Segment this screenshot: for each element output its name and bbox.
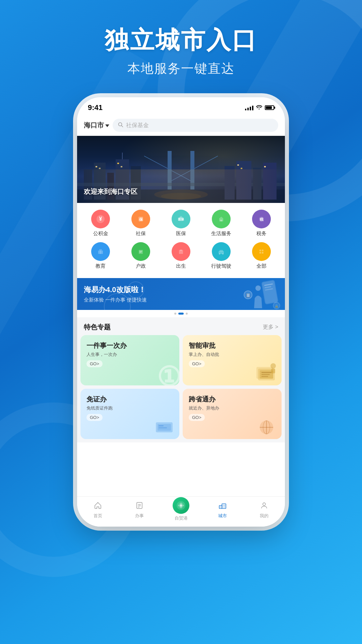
feature-card-mianzhengban[interactable]: 免证办 免纸质证件跑 GO> <box>80 389 179 439</box>
icon-label: 社保 <box>136 230 146 237</box>
icon-label: 医保 <box>176 230 186 237</box>
icon-label: 税务 <box>256 230 266 237</box>
svg-rect-74 <box>159 427 167 428</box>
svg-rect-20 <box>117 163 119 164</box>
svg-rect-19 <box>99 168 101 169</box>
icon-huzheng <box>131 242 150 261</box>
svg-rect-49 <box>259 250 261 251</box>
svg-rect-22 <box>237 164 239 166</box>
banner-text: 欢迎来到海口专区 <box>84 187 137 196</box>
nav-item-profile[interactable]: 我的 <box>243 497 285 523</box>
affairs-icon <box>135 501 143 512</box>
status-icons <box>245 105 274 111</box>
nav-item-freeport[interactable]: 自贸港 <box>160 497 202 523</box>
feature-card-yijianshi[interactable]: 一件事一次办 人生事，一次办 GO> ① <box>80 335 179 385</box>
icon-shuiwu: 税 <box>252 210 271 228</box>
section-more-button[interactable]: 更多 > <box>263 324 278 331</box>
city-icon <box>219 501 227 512</box>
svg-rect-21 <box>121 166 122 167</box>
svg-text:¥: ¥ <box>99 216 102 222</box>
icon-label: 全部 <box>256 263 266 269</box>
feature-go-button[interactable]: GO> <box>189 360 205 367</box>
status-bar: 9:41 <box>77 97 285 115</box>
svg-text:📋: 📋 <box>246 292 251 298</box>
status-time: 9:41 <box>88 103 103 112</box>
icon-item-chusheng[interactable]: 出生 <box>164 242 198 269</box>
feature-card-title: 一件事一次办 <box>86 341 173 350</box>
scroll-dot <box>174 313 176 315</box>
chevron-down-icon <box>105 124 109 127</box>
nav-label-home: 首页 <box>94 513 102 519</box>
svg-line-1 <box>122 125 123 127</box>
nav-label-profile: 我的 <box>260 513 268 519</box>
scroll-dots <box>77 310 285 317</box>
promo-title: 海易办4.0改版啦！ <box>84 285 147 295</box>
svg-point-92 <box>263 503 265 505</box>
icon-quanbu <box>252 242 271 261</box>
icon-item-shenghuofuwu[interactable]: 生活服务 <box>204 210 238 237</box>
icon-jiashi <box>212 242 231 261</box>
svg-text:税: 税 <box>259 217 264 221</box>
icon-item-gongjijin[interactable]: ¥ 公积金 <box>84 210 117 237</box>
signal-icon <box>245 105 253 110</box>
city-selector[interactable]: 海口市 <box>84 121 109 130</box>
promo-banner[interactable]: 海易办4.0改版啦！ 全新体验 一件办事 便捷快速 <box>77 278 285 310</box>
nav-item-city[interactable]: 城市 <box>202 497 243 523</box>
night-lights <box>77 169 285 203</box>
svg-rect-46 <box>220 250 223 252</box>
svg-rect-70 <box>271 369 275 373</box>
feature-card-sub: 免纸质证件跑 <box>86 405 173 411</box>
nav-item-home[interactable]: 首页 <box>77 497 119 523</box>
icon-item-shuiwu[interactable]: 税 税务 <box>245 210 278 237</box>
promo-content: 海易办4.0改版啦！ 全新体验 一件办事 便捷快速 <box>84 285 147 303</box>
feature-grid: 一件事一次办 人生事，一次办 GO> ① 智能审批 掌上办、自动批 GO> <box>77 335 285 442</box>
home-icon <box>94 501 102 512</box>
icon-label: 户政 <box>136 263 146 269</box>
svg-point-44 <box>180 250 182 251</box>
svg-rect-89 <box>223 506 224 507</box>
icons-row-2: 教育 户政 <box>80 242 282 269</box>
icon-item-yibao[interactable]: 医保 医保 <box>164 210 198 237</box>
phone-mockup: 9:41 海口市 <box>77 97 285 527</box>
svg-point-69 <box>270 363 276 369</box>
icon-item-jiaoyu[interactable]: 教育 <box>84 242 117 269</box>
phone-content: ¥ 公积金 保 社保 <box>77 203 285 527</box>
icon-gongjijin: ¥ <box>91 210 110 228</box>
svg-rect-73 <box>159 425 164 426</box>
feature-go-button[interactable]: GO> <box>86 360 103 367</box>
feature-card-kuasheng[interactable]: 跨省通办 就近办、异地办 GO> <box>183 389 282 439</box>
feature-card-zhinengshenpi[interactable]: 智能审批 掌上办、自动批 GO> <box>183 335 282 385</box>
hero-section: 独立城市入口 本地服务一键直达 <box>0 0 362 77</box>
icon-yibao: 医保 <box>172 210 190 228</box>
svg-point-47 <box>219 253 220 255</box>
search-icon <box>118 122 123 129</box>
phone-container: 9:41 海口市 <box>0 97 362 527</box>
svg-text:🔒: 🔒 <box>275 304 279 308</box>
icon-item-huzheng[interactable]: 户政 <box>124 242 158 269</box>
feature-go-button[interactable]: GO> <box>189 414 205 421</box>
svg-rect-38 <box>99 249 102 251</box>
icon-item-quanbu[interactable]: 全部 <box>245 242 278 269</box>
svg-rect-90 <box>224 506 225 507</box>
svg-rect-40 <box>139 250 143 254</box>
special-section-header: 特色专题 更多 > <box>77 317 285 335</box>
feature-card-sub: 人生事，一次办 <box>86 352 173 358</box>
city-banner: 欢迎来到海口专区 <box>77 136 285 203</box>
icon-chusheng <box>172 242 190 261</box>
svg-rect-87 <box>223 505 224 506</box>
icon-label: 教育 <box>96 263 106 269</box>
card-illustration-svg <box>255 362 278 382</box>
svg-rect-50 <box>262 250 263 251</box>
main-title: 独立城市入口 <box>0 27 362 53</box>
icon-item-shebao[interactable]: 保 社保 <box>124 210 158 237</box>
nav-label-freeport: 自贸港 <box>175 515 188 521</box>
icon-item-jiashi[interactable]: 行驶驾驶 <box>204 242 238 269</box>
promo-subtitle: 全新体验 一件办事 便捷快速 <box>84 297 147 303</box>
nav-item-affairs[interactable]: 办事 <box>119 497 160 523</box>
svg-rect-79 <box>137 502 142 508</box>
svg-point-84 <box>180 504 182 506</box>
svg-rect-67 <box>261 374 270 375</box>
feature-go-button[interactable]: GO> <box>86 414 103 421</box>
search-bar[interactable]: 社保基金 <box>113 119 278 132</box>
svg-rect-91 <box>220 506 221 507</box>
